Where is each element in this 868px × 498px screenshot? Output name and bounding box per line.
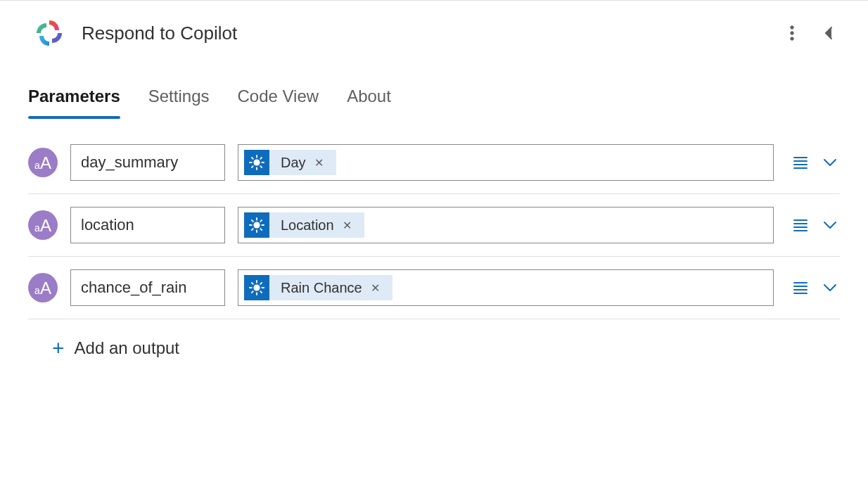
add-output-label: Add an output	[75, 338, 179, 358]
dynamic-content-token[interactable]: Day ✕	[269, 150, 336, 175]
svg-line-32	[252, 283, 253, 284]
expand-row-button[interactable]	[820, 278, 840, 298]
reorder-handle-icon[interactable]	[791, 278, 810, 298]
text-type-badge-icon: aA	[28, 210, 58, 240]
svg-line-20	[260, 229, 262, 230]
panel-title: Respond to Copilot	[82, 23, 781, 44]
token-text: Day	[281, 155, 306, 171]
token-text: Location	[281, 217, 334, 234]
tab-code-view[interactable]: Code View	[237, 87, 319, 116]
svg-line-19	[252, 220, 253, 222]
svg-point-2	[791, 37, 793, 40]
svg-line-36	[252, 291, 253, 293]
parameter-row: aA day_summary	[28, 144, 840, 194]
svg-line-6	[252, 158, 253, 159]
panel-header: Respond to Copilot	[0, 1, 868, 65]
parameter-value-input[interactable]: Location ✕	[238, 207, 774, 243]
svg-line-23	[252, 229, 253, 230]
parameter-value-input[interactable]: Day ✕	[238, 144, 774, 181]
parameter-value-input[interactable]: Rain Chance ✕	[238, 269, 774, 306]
more-menu-button[interactable]	[781, 22, 803, 44]
dynamic-content-token[interactable]: Location ✕	[269, 212, 364, 238]
tab-parameters[interactable]: Parameters	[28, 87, 120, 116]
weather-source-icon	[244, 275, 269, 300]
parameter-name-input[interactable]: day_summary	[70, 144, 225, 181]
row-actions	[786, 153, 840, 172]
row-actions	[786, 215, 840, 235]
weather-source-icon	[244, 212, 269, 238]
reorder-handle-icon[interactable]	[791, 215, 810, 235]
tab-settings[interactable]: Settings	[148, 87, 210, 116]
copilot-logo-icon	[34, 18, 65, 49]
tab-bar: Parameters Settings Code View About	[0, 87, 868, 116]
svg-line-37	[260, 283, 262, 284]
parameter-name-input[interactable]: location	[70, 207, 225, 243]
collapse-panel-button[interactable]	[817, 22, 840, 44]
parameter-name-input[interactable]: chance_of_rain	[70, 269, 225, 306]
text-type-badge-icon: aA	[28, 273, 58, 302]
svg-point-16	[253, 222, 260, 228]
svg-line-7	[260, 166, 262, 167]
svg-point-3	[253, 159, 260, 165]
svg-line-11	[260, 158, 262, 159]
svg-point-0	[791, 26, 793, 29]
parameter-row: aA chance_of_rain	[28, 257, 840, 319]
svg-point-29	[253, 284, 260, 290]
svg-line-24	[260, 220, 262, 222]
remove-token-button[interactable]: ✕	[369, 281, 381, 295]
header-actions	[781, 22, 840, 44]
parameter-row: aA location	[28, 194, 840, 257]
weather-source-icon	[244, 150, 269, 175]
parameters-list: aA day_summary	[0, 116, 868, 359]
svg-point-1	[791, 32, 793, 34]
expand-row-button[interactable]	[820, 215, 840, 235]
row-actions	[786, 278, 840, 298]
add-output-button[interactable]: + Add an output	[28, 319, 840, 359]
expand-row-button[interactable]	[820, 153, 840, 172]
svg-line-10	[252, 166, 253, 167]
plus-icon: +	[52, 338, 65, 359]
remove-token-button[interactable]: ✕	[341, 219, 353, 232]
svg-line-33	[260, 291, 262, 293]
tab-about[interactable]: About	[347, 87, 391, 116]
text-type-badge-icon: aA	[28, 148, 58, 177]
reorder-handle-icon[interactable]	[791, 153, 810, 172]
dynamic-content-token[interactable]: Rain Chance ✕	[269, 275, 392, 300]
remove-token-button[interactable]: ✕	[313, 156, 325, 170]
token-text: Rain Chance	[281, 280, 362, 296]
